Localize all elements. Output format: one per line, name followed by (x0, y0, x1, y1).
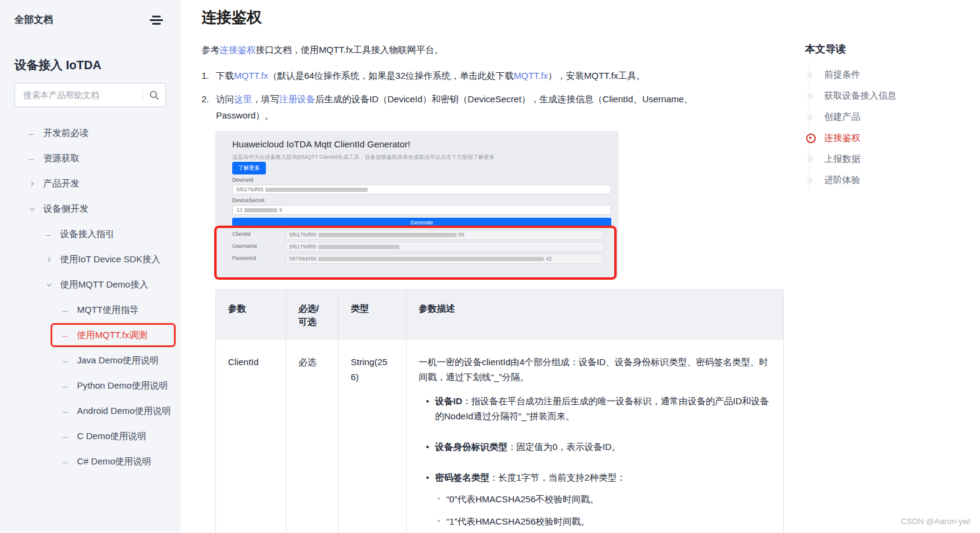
toc-item-label[interactable]: 进阶体验 (824, 174, 860, 185)
active-target-icon (806, 134, 816, 143)
sidebar-item-label[interactable]: 开发前必读 (43, 126, 171, 140)
sidebar-item[interactable]: – MQTT使用指导 (0, 297, 180, 322)
sidebar-item-label[interactable]: Python Demo使用说明 (77, 378, 171, 392)
toc-item-label[interactable]: 创建产品 (824, 111, 860, 122)
sidebar-item-label[interactable]: MQTT使用指导 (77, 303, 171, 316)
devicesecret-field: 129 (232, 205, 611, 215)
bullet-icon: • (426, 470, 429, 533)
chevron-down-icon[interactable] (46, 277, 60, 292)
circle-marker-icon (807, 156, 813, 162)
hamburger-menu-icon[interactable] (149, 14, 164, 26)
deviceid-field: 5f6179df85 (232, 185, 611, 194)
toc-item[interactable]: 上报数据 (824, 149, 973, 170)
sidebar-item-label[interactable]: 设备侧开发 (43, 202, 171, 215)
sidebar-menu: – 开发前必读 – 资源获取 – 产品开发 – 设备侧开发 – (0, 120, 180, 474)
toc-item[interactable]: 连接鉴权 (824, 128, 973, 149)
toc: 本文导读 前提条件 获取设备接入信息 创建产品 连接鉴权 上报 (805, 42, 973, 192)
deviceid-value: 5f6179df85 (236, 186, 263, 193)
dash-icon: – (63, 353, 77, 368)
redacted-bar (244, 208, 277, 212)
sidebar-item-label[interactable]: C Demo使用说明 (77, 429, 171, 443)
toc-list: 前提条件 获取设备接入信息 创建产品 连接鉴权 上报数据 进阶体验 (809, 63, 973, 192)
text-segment[interactable]: 注册设备 (279, 94, 315, 104)
sidebar-item-label[interactable]: 资源获取 (43, 151, 171, 165)
sidebar-item-label[interactable]: 产品开发 (43, 176, 171, 190)
dash-icon: – (29, 126, 43, 140)
sidebar-item[interactable]: – 资源获取 (0, 146, 180, 171)
redacted-bar (265, 188, 368, 192)
chevron-down-icon[interactable] (29, 202, 43, 216)
sidebar-header: 全部文档 (0, 0, 180, 40)
toc-item[interactable]: 前提条件 (824, 64, 973, 85)
result-row-password: Password 08799d45642 (232, 254, 610, 264)
sidebar-item-label[interactable]: 使用IoT Device SDK接入 (60, 252, 171, 266)
toc-item-label[interactable]: 连接鉴权 (824, 132, 860, 143)
toc-item[interactable]: 获取设备接入信息 (824, 85, 973, 106)
circle-marker-icon (807, 177, 813, 183)
text-segment: ，填写 (252, 94, 279, 104)
sidebar-item[interactable]: – 开发前必读 (0, 120, 180, 146)
steps-list: 1. 下载MQTT.fx（默认是64位操作系统，如果是32位操作系统，单击此处下… (202, 68, 743, 123)
toc-item-label[interactable]: 前提条件 (824, 69, 860, 79)
table-header-cell: 参数 (216, 289, 286, 339)
page-title: 连接鉴权 (202, 7, 806, 27)
devicesecret-value: 12 (236, 207, 242, 213)
text-segment[interactable]: 连接鉴权 (220, 45, 256, 55)
bullet-item: • 密码签名类型：长度1字节，当前支持2种类型： ◦“0”代表HMACSHA25… (426, 470, 771, 533)
devicesecret-value-suffix: 9 (279, 207, 282, 213)
sidebar-item-label[interactable]: 设备接入指引 (60, 227, 171, 241)
text-segment: （默认是64位操作系统，如果是32位操作系统，单击此处下载 (268, 70, 514, 81)
sidebar-item-label[interactable]: C# Demo使用说明 (77, 454, 171, 468)
description-intro: 一机一密的设备clientId由4个部分组成：设备ID、设备身份标识类型、密码签… (419, 355, 771, 385)
toc-item-label[interactable]: 获取设备接入信息 (824, 90, 896, 100)
sidebar-item[interactable]: – 使用IoT Device SDK接入 (0, 247, 180, 272)
bullet-list: • 设备ID：指设备在平台成功注册后生成的唯一设备标识，通常由设备的产品ID和设… (419, 394, 771, 533)
text-segment[interactable]: MQTT.fx (514, 70, 548, 81)
sidebar-item[interactable]: – 设备接入指引 (0, 221, 180, 247)
redacted-bar (318, 233, 457, 237)
text-segment[interactable]: MQTT.fx (234, 70, 268, 81)
sidebar-item[interactable]: – Java Demo使用说明 (0, 348, 180, 373)
result-value: 5f6179df85 (285, 242, 604, 252)
text-segment[interactable]: 这里 (234, 94, 252, 104)
bullet-item: • 设备身份标识类型：固定值为0，表示设备ID。 (426, 440, 771, 462)
result-value: 5f6179df8506 (285, 230, 604, 240)
sidebar-item[interactable]: – 使用MQTT Demo接入 (0, 272, 180, 297)
devicesecret-label: DeviceSecret (232, 197, 265, 203)
cell-description: 一机一密的设备clientId由4个部分组成：设备ID、设备身份标识类型、密码签… (407, 339, 784, 533)
sidebar-item[interactable]: – 产品开发 (0, 171, 180, 196)
toc-item[interactable]: 创建产品 (824, 106, 973, 128)
cell-required: 必选 (286, 339, 339, 533)
search-box[interactable] (14, 83, 166, 107)
sidebar-item-label[interactable]: 使用MQTT.fx调测 (77, 328, 171, 342)
result-row-username: Username 5f6179df85 (232, 242, 610, 252)
sidebar-item-label[interactable]: 使用MQTT Demo接入 (60, 277, 171, 291)
sidebar-item[interactable]: – 设备侧开发 (0, 196, 180, 221)
bullet-item: • 设备ID：指设备在平台成功注册后生成的唯一设备标识，通常由设备的产品ID和设… (426, 394, 771, 431)
cell-type: String(256) (339, 339, 407, 533)
chevron-right-icon[interactable] (46, 252, 60, 266)
redacted-bar (318, 245, 399, 249)
sub-bullet-list: ◦“0”代表HMACSHA256不校验时间戳。◦“1”代表HMACSHA256校… (435, 492, 771, 529)
sidebar-item[interactable]: – Android Demo使用说明 (0, 398, 180, 424)
search-icon[interactable] (149, 90, 159, 100)
toc-item-label[interactable]: 上报数据 (824, 153, 860, 164)
deviceid-label: DeviceId (232, 177, 253, 183)
circle-marker-icon (807, 72, 813, 78)
table-header-cell: 必选/可选 (286, 289, 339, 339)
all-docs-link[interactable]: 全部文档 (14, 14, 53, 26)
sidebar-item[interactable]: – 使用MQTT.fx调测 (0, 322, 180, 348)
sidebar-item[interactable]: – Python Demo使用说明 (0, 373, 180, 398)
result-row-clientid: ClientId 5f6179df8506 (232, 230, 610, 240)
sidebar-item[interactable]: – C Demo使用说明 (0, 424, 180, 449)
chevron-right-icon[interactable] (29, 176, 43, 191)
step-number: 1. (202, 68, 216, 84)
generator-title: Huaweicloud IoTDA Mqtt ClientId Generato… (232, 139, 410, 149)
search-input[interactable] (22, 90, 139, 100)
sidebar-item[interactable]: – C# Demo使用说明 (0, 449, 180, 474)
text-segment: 访问 (216, 94, 234, 104)
step-item-2: 2. 访问这里，填写注册设备后生成的设备ID（DeviceId）和密钥（Devi… (202, 91, 743, 123)
toc-item[interactable]: 进阶体验 (824, 170, 973, 191)
sidebar-item-label[interactable]: Java Demo使用说明 (77, 353, 171, 367)
sidebar-item-label[interactable]: Android Demo使用说明 (77, 404, 171, 417)
